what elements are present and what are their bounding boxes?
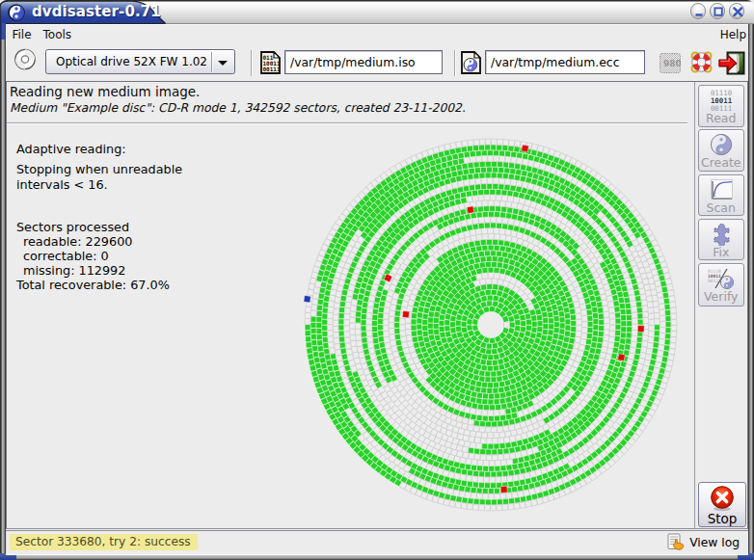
- window-border-right: [748, 24, 754, 555]
- verify-button[interactable]: 01110 10011 00111 Verify: [698, 263, 745, 307]
- binary-doc-icon: 01110 10011 00111: [705, 89, 738, 112]
- view-log-label: View log: [689, 536, 740, 549]
- chevron-down-icon: [218, 61, 228, 66]
- close-button[interactable]: [729, 3, 745, 19]
- stop-button-label: Stop: [699, 511, 745, 526]
- create-button-label: Create: [699, 155, 744, 170]
- help-icon[interactable]: [689, 50, 714, 74]
- ecc-file-icon: [461, 51, 481, 74]
- view-log-icon: [666, 533, 686, 552]
- image-file-value: /var/tmp/medium.iso: [290, 55, 416, 69]
- image-file-input[interactable]: /var/tmp/medium.iso: [284, 50, 443, 74]
- menu-help[interactable]: Help: [720, 27, 746, 43]
- ecc-file-value: /var/tmp/medium.ecc: [491, 55, 619, 69]
- drive-selector[interactable]: Optical drive 52X FW 1.02: [45, 49, 235, 74]
- window-controls: [690, 3, 745, 20]
- close-icon: [730, 4, 746, 20]
- read-button[interactable]: 01110 10011 00111 Read: [698, 85, 745, 127]
- drive-selector-value: Optical drive 52X FW 1.02: [56, 55, 207, 68]
- window-title: dvdisaster-0.71: [32, 3, 167, 21]
- toolbar-separator: [454, 50, 456, 76]
- svg-text:00111: 00111: [262, 66, 280, 72]
- statusbar: Sector 333680, try 2: success View log: [6, 530, 748, 555]
- maximize-button[interactable]: [710, 3, 726, 19]
- menu-tools[interactable]: Tools: [43, 27, 72, 43]
- status-message: Sector 333680, try 2: success: [10, 534, 198, 550]
- cd-drive-icon: [14, 48, 36, 70]
- combo-divider: [211, 52, 212, 72]
- stop-icon: [709, 485, 736, 512]
- sector-spiral-chart: [7, 82, 693, 528]
- compare-icon: 01110 10011 00111: [707, 267, 736, 290]
- maximize-icon: [711, 4, 727, 20]
- minimize-button[interactable]: [690, 3, 707, 19]
- scan-button-label: Scan: [699, 200, 744, 215]
- quit-icon[interactable]: [714, 51, 745, 75]
- ecc-file-input[interactable]: /var/tmp/medium.ecc: [485, 50, 645, 74]
- titlebar[interactable]: dvdisaster-0.71: [0, 0, 754, 24]
- fix-button[interactable]: Fix: [698, 219, 745, 261]
- verify-button-label: Verify: [699, 289, 744, 304]
- puzzle-icon: [709, 223, 734, 246]
- read-button-label: Read: [699, 111, 744, 125]
- minimize-icon: [691, 4, 708, 20]
- app-logo-icon: [8, 4, 25, 21]
- toolbar: Optical drive 52X FW 1.02 011 10011 0011…: [6, 46, 748, 81]
- main-content: Reading new medium image. Medium "Exampl…: [6, 81, 748, 529]
- sidebar-separator: [694, 82, 695, 528]
- preferences-icon[interactable]: 980: [660, 53, 681, 73]
- toolbar-separator: [251, 50, 253, 76]
- iso-image-icon: 011 10011 00111: [260, 51, 281, 74]
- view-log[interactable]: View log: [666, 535, 740, 552]
- menu-file[interactable]: File: [13, 27, 32, 43]
- yinyang-icon: [710, 133, 733, 156]
- svg-text:980: 980: [663, 59, 681, 68]
- scan-button[interactable]: Scan: [698, 174, 745, 217]
- create-button[interactable]: Create: [698, 129, 745, 172]
- menubar: File Tools Help: [6, 24, 748, 46]
- fix-button-label: Fix: [699, 245, 744, 259]
- curve-icon: [709, 178, 734, 201]
- stop-button[interactable]: Stop: [698, 482, 746, 527]
